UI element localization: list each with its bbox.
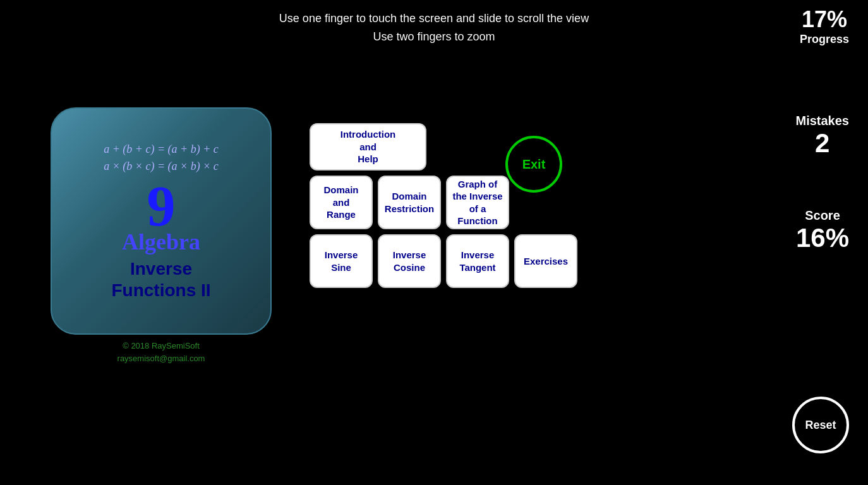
graph-inverse-button[interactable]: Graph of the Inverse of a Function [446, 176, 509, 229]
instruction-line1: Use one finger to touch the screen and s… [0, 9, 868, 28]
score-value: 16% [796, 223, 849, 253]
inverse-cosine-button[interactable]: Inverse Cosine [378, 234, 441, 288]
domain-range-button[interactable]: Domain and Range [310, 176, 373, 229]
mistakes-area: Mistakes 2 [796, 114, 850, 159]
progress-area: 17% Progress [800, 6, 849, 46]
logo-math-equations: a + (b + c) = (a + b) + c a × (b × c) = … [104, 141, 219, 175]
score-area: Score 16% [796, 208, 849, 253]
copyright-area: © 2018 RaySemiSoft raysemisoft@gmail.com [51, 340, 272, 364]
progress-label: Progress [800, 33, 849, 46]
instruction-area: Use one finger to touch the screen and s… [0, 9, 868, 46]
copyright-line2: raysemisoft@gmail.com [51, 352, 272, 365]
domain-restriction-button[interactable]: Domain Restriction [378, 176, 441, 229]
menu-row-3: Inverse Sine Inverse Cosine Inverse Tang… [310, 234, 577, 288]
progress-percent: 17% [800, 6, 849, 33]
exit-button[interactable]: Exit [505, 136, 562, 193]
mistakes-label: Mistakes [796, 114, 850, 128]
inverse-sine-button[interactable]: Inverse Sine [310, 234, 373, 288]
mistakes-value: 2 [796, 128, 850, 159]
reset-button[interactable]: Reset [792, 397, 849, 453]
logo-number: 9 [147, 178, 176, 235]
intro-help-button[interactable]: Introduction and Help [310, 123, 426, 171]
copyright-line1: © 2018 RaySemiSoft [51, 340, 272, 352]
score-label: Score [796, 208, 849, 223]
inverse-tangent-button[interactable]: Inverse Tangent [446, 234, 509, 288]
exercises-button[interactable]: Exercises [514, 234, 577, 288]
instruction-line2: Use two fingers to zoom [0, 28, 868, 46]
app-logo: a + (b + c) = (a + b) + c a × (b × c) = … [51, 107, 272, 335]
logo-algebra: Algebra [122, 229, 200, 255]
logo-title: Inverse Functions II [111, 258, 210, 301]
